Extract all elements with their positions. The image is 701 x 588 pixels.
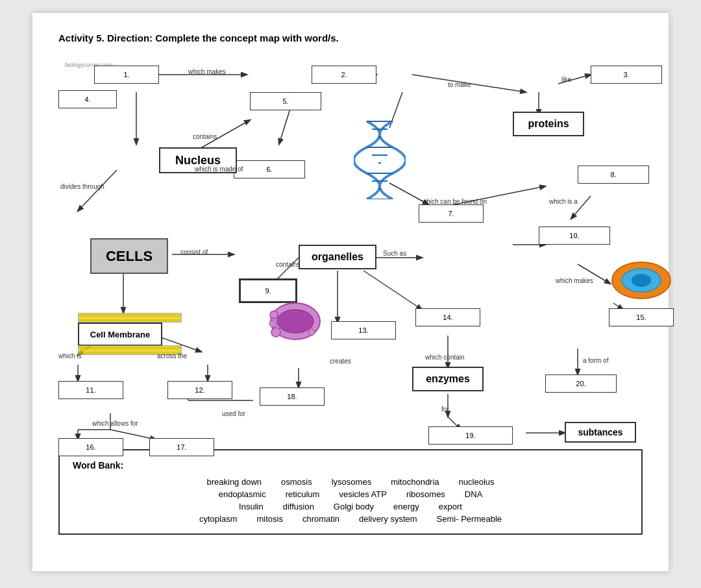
- mitochondria-image: [610, 258, 672, 303]
- which-makes2-label: which makes: [556, 277, 593, 284]
- which-makes-label: which makes: [188, 68, 226, 75]
- concept-map: biologycorner.com: [58, 56, 643, 439]
- node-4[interactable]: 4.: [58, 90, 117, 108]
- node-15[interactable]: 15.: [609, 308, 674, 326]
- which-allows-for-label: which allows for: [92, 420, 138, 427]
- membrane-stripe: [78, 313, 182, 323]
- node-10[interactable]: 10.: [539, 227, 610, 245]
- activity-title: Activity 5. Direction: Complete the conc…: [58, 32, 643, 43]
- node-3[interactable]: 3.: [591, 66, 662, 84]
- which-can-be-found-on-label: which can be found on: [422, 198, 487, 205]
- for-label: for: [441, 406, 449, 413]
- contains-label: contains: [193, 133, 217, 140]
- node-13[interactable]: 13.: [331, 321, 396, 339]
- node-16[interactable]: 16.: [58, 438, 123, 456]
- consist-of-label: consist of: [180, 249, 208, 256]
- svg-point-58: [308, 329, 315, 336]
- enzymes-node: enzymes: [412, 367, 484, 391]
- svg-line-11: [78, 170, 117, 211]
- node-11[interactable]: 11.: [58, 381, 123, 399]
- node-18[interactable]: 18.: [260, 387, 325, 406]
- word-bank-words: breaking down osmosis lysosomes mitochon…: [73, 477, 628, 524]
- which-is-label: which is: [58, 352, 82, 360]
- node-14[interactable]: 14.: [415, 308, 480, 326]
- word-bank-title: Word Bank:: [73, 460, 628, 471]
- creates-label: creates: [330, 358, 351, 365]
- which-contain-label: which contain: [425, 354, 465, 361]
- which-is-made-of-label: which is made of: [195, 165, 243, 173]
- which-is-a-label: which is a: [549, 198, 578, 205]
- svg-line-17: [363, 271, 422, 310]
- node-7[interactable]: 7.: [419, 204, 484, 223]
- node-8[interactable]: 8.: [578, 165, 649, 184]
- word-bank: Word Bank: breaking down osmosis lysosom…: [58, 449, 643, 535]
- word-bank-row-3: Insulin diffusion Golgi body energy expo…: [239, 502, 462, 511]
- proteins-node: proteins: [513, 112, 584, 136]
- node-19[interactable]: 19.: [428, 426, 513, 445]
- node-12[interactable]: 12.: [167, 381, 232, 399]
- node-2[interactable]: 2.: [312, 66, 376, 84]
- node-17[interactable]: 17.: [149, 438, 214, 456]
- divides-through-label: divides through: [60, 183, 105, 190]
- svg-point-55: [271, 328, 280, 337]
- used-for-label: used for: [222, 410, 245, 417]
- across-the-label: across the: [157, 352, 187, 360]
- node-20[interactable]: 20.: [545, 374, 617, 393]
- subtances-node: subtances: [565, 422, 636, 443]
- node-5[interactable]: 5.: [250, 92, 321, 110]
- a-form-of-label: a form of: [583, 357, 608, 364]
- cells-node: CELLS: [90, 238, 168, 274]
- svg-point-57: [270, 311, 278, 319]
- organelles-node: organelles: [299, 245, 376, 269]
- like-label: like: [561, 76, 571, 83]
- contains2-label: contains: [276, 261, 300, 268]
- golgi-image: [266, 297, 325, 345]
- svg-point-56: [269, 321, 276, 327]
- word-bank-row-4: cytoplasm mitosis chromatin delivery sys…: [199, 514, 502, 524]
- dna-image: [354, 115, 406, 199]
- word-bank-row-2: endoplasmic reticulum vesicles ATP ribos…: [219, 489, 483, 499]
- svg-point-52: [632, 274, 651, 287]
- word-bank-row-1: breaking down osmosis lysosomes mitochon…: [206, 477, 494, 487]
- node-6[interactable]: 6.: [234, 160, 305, 178]
- cell-membrane-node: Cell Membrane: [78, 323, 162, 346]
- such-as-label: Such as: [383, 250, 406, 257]
- to-make-label: to make: [448, 81, 471, 88]
- svg-point-54: [277, 310, 314, 333]
- node-1[interactable]: 1.: [94, 66, 159, 84]
